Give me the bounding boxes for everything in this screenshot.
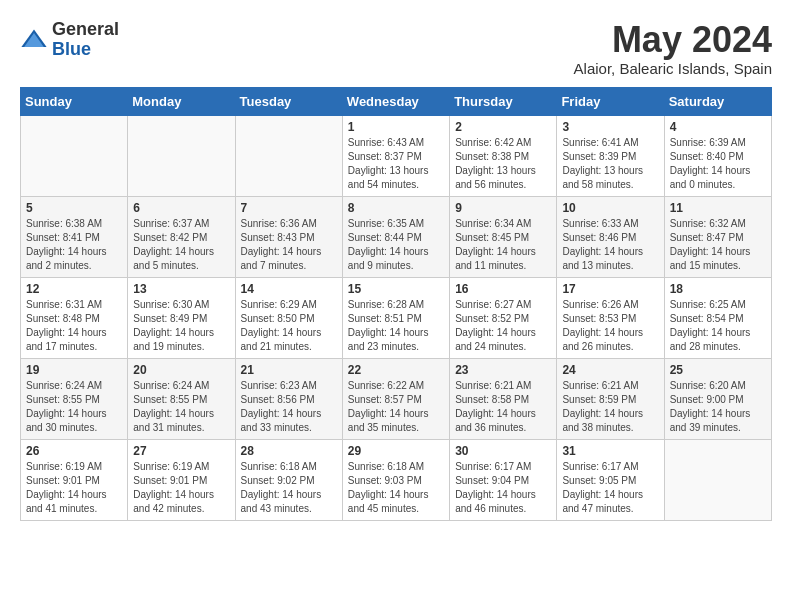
calendar-cell [128,115,235,196]
day-info: Sunrise: 6:27 AM Sunset: 8:52 PM Dayligh… [455,298,551,354]
logo-general: General [52,20,119,40]
day-number: 22 [348,363,444,377]
day-info: Sunrise: 6:35 AM Sunset: 8:44 PM Dayligh… [348,217,444,273]
day-info: Sunrise: 6:36 AM Sunset: 8:43 PM Dayligh… [241,217,337,273]
weekday-header-saturday: Saturday [664,87,771,115]
weekday-header-monday: Monday [128,87,235,115]
day-info: Sunrise: 6:42 AM Sunset: 8:38 PM Dayligh… [455,136,551,192]
title-block: May 2024 Alaior, Balearic Islands, Spain [574,20,772,77]
day-number: 4 [670,120,766,134]
day-number: 23 [455,363,551,377]
day-info: Sunrise: 6:28 AM Sunset: 8:51 PM Dayligh… [348,298,444,354]
day-info: Sunrise: 6:22 AM Sunset: 8:57 PM Dayligh… [348,379,444,435]
day-number: 21 [241,363,337,377]
day-info: Sunrise: 6:20 AM Sunset: 9:00 PM Dayligh… [670,379,766,435]
day-info: Sunrise: 6:19 AM Sunset: 9:01 PM Dayligh… [133,460,229,516]
day-number: 27 [133,444,229,458]
day-info: Sunrise: 6:30 AM Sunset: 8:49 PM Dayligh… [133,298,229,354]
weekday-header-wednesday: Wednesday [342,87,449,115]
day-info: Sunrise: 6:43 AM Sunset: 8:37 PM Dayligh… [348,136,444,192]
day-info: Sunrise: 6:34 AM Sunset: 8:45 PM Dayligh… [455,217,551,273]
day-info: Sunrise: 6:38 AM Sunset: 8:41 PM Dayligh… [26,217,122,273]
day-info: Sunrise: 6:33 AM Sunset: 8:46 PM Dayligh… [562,217,658,273]
calendar-cell: 3Sunrise: 6:41 AM Sunset: 8:39 PM Daylig… [557,115,664,196]
calendar-cell: 8Sunrise: 6:35 AM Sunset: 8:44 PM Daylig… [342,196,449,277]
day-number: 11 [670,201,766,215]
day-number: 18 [670,282,766,296]
day-info: Sunrise: 6:18 AM Sunset: 9:02 PM Dayligh… [241,460,337,516]
day-info: Sunrise: 6:17 AM Sunset: 9:04 PM Dayligh… [455,460,551,516]
day-number: 17 [562,282,658,296]
calendar-week-5: 26Sunrise: 6:19 AM Sunset: 9:01 PM Dayli… [21,439,772,520]
calendar-cell: 23Sunrise: 6:21 AM Sunset: 8:58 PM Dayli… [450,358,557,439]
calendar-cell: 30Sunrise: 6:17 AM Sunset: 9:04 PM Dayli… [450,439,557,520]
calendar-cell: 22Sunrise: 6:22 AM Sunset: 8:57 PM Dayli… [342,358,449,439]
calendar-cell: 26Sunrise: 6:19 AM Sunset: 9:01 PM Dayli… [21,439,128,520]
calendar-cell: 29Sunrise: 6:18 AM Sunset: 9:03 PM Dayli… [342,439,449,520]
calendar-cell: 10Sunrise: 6:33 AM Sunset: 8:46 PM Dayli… [557,196,664,277]
calendar-cell: 9Sunrise: 6:34 AM Sunset: 8:45 PM Daylig… [450,196,557,277]
calendar-cell: 5Sunrise: 6:38 AM Sunset: 8:41 PM Daylig… [21,196,128,277]
weekday-header-friday: Friday [557,87,664,115]
calendar-cell [664,439,771,520]
calendar-cell: 7Sunrise: 6:36 AM Sunset: 8:43 PM Daylig… [235,196,342,277]
day-info: Sunrise: 6:23 AM Sunset: 8:56 PM Dayligh… [241,379,337,435]
calendar-cell: 25Sunrise: 6:20 AM Sunset: 9:00 PM Dayli… [664,358,771,439]
month-title: May 2024 [574,20,772,60]
calendar-cell: 15Sunrise: 6:28 AM Sunset: 8:51 PM Dayli… [342,277,449,358]
day-number: 1 [348,120,444,134]
day-number: 28 [241,444,337,458]
calendar-cell: 21Sunrise: 6:23 AM Sunset: 8:56 PM Dayli… [235,358,342,439]
calendar-cell: 1Sunrise: 6:43 AM Sunset: 8:37 PM Daylig… [342,115,449,196]
weekday-header-thursday: Thursday [450,87,557,115]
day-number: 24 [562,363,658,377]
calendar-cell: 17Sunrise: 6:26 AM Sunset: 8:53 PM Dayli… [557,277,664,358]
day-number: 26 [26,444,122,458]
day-info: Sunrise: 6:19 AM Sunset: 9:01 PM Dayligh… [26,460,122,516]
calendar-week-2: 5Sunrise: 6:38 AM Sunset: 8:41 PM Daylig… [21,196,772,277]
day-info: Sunrise: 6:24 AM Sunset: 8:55 PM Dayligh… [26,379,122,435]
calendar-cell [235,115,342,196]
page-header: General Blue May 2024 Alaior, Balearic I… [20,20,772,77]
logo-icon [20,26,48,54]
calendar-table: SundayMondayTuesdayWednesdayThursdayFrid… [20,87,772,521]
logo: General Blue [20,20,119,60]
calendar-cell [21,115,128,196]
calendar-cell: 28Sunrise: 6:18 AM Sunset: 9:02 PM Dayli… [235,439,342,520]
calendar-body: 1Sunrise: 6:43 AM Sunset: 8:37 PM Daylig… [21,115,772,520]
day-number: 6 [133,201,229,215]
calendar-cell: 12Sunrise: 6:31 AM Sunset: 8:48 PM Dayli… [21,277,128,358]
day-info: Sunrise: 6:31 AM Sunset: 8:48 PM Dayligh… [26,298,122,354]
calendar-cell: 31Sunrise: 6:17 AM Sunset: 9:05 PM Dayli… [557,439,664,520]
day-number: 12 [26,282,122,296]
day-info: Sunrise: 6:32 AM Sunset: 8:47 PM Dayligh… [670,217,766,273]
day-number: 7 [241,201,337,215]
logo-blue: Blue [52,40,119,60]
calendar-cell: 27Sunrise: 6:19 AM Sunset: 9:01 PM Dayli… [128,439,235,520]
day-number: 2 [455,120,551,134]
day-number: 20 [133,363,229,377]
day-number: 19 [26,363,122,377]
day-info: Sunrise: 6:26 AM Sunset: 8:53 PM Dayligh… [562,298,658,354]
calendar-cell: 2Sunrise: 6:42 AM Sunset: 8:38 PM Daylig… [450,115,557,196]
day-info: Sunrise: 6:21 AM Sunset: 8:59 PM Dayligh… [562,379,658,435]
day-number: 15 [348,282,444,296]
day-info: Sunrise: 6:24 AM Sunset: 8:55 PM Dayligh… [133,379,229,435]
day-number: 3 [562,120,658,134]
day-info: Sunrise: 6:37 AM Sunset: 8:42 PM Dayligh… [133,217,229,273]
calendar-cell: 14Sunrise: 6:29 AM Sunset: 8:50 PM Dayli… [235,277,342,358]
day-number: 16 [455,282,551,296]
logo-text: General Blue [52,20,119,60]
weekday-header-tuesday: Tuesday [235,87,342,115]
day-info: Sunrise: 6:25 AM Sunset: 8:54 PM Dayligh… [670,298,766,354]
calendar-cell: 19Sunrise: 6:24 AM Sunset: 8:55 PM Dayli… [21,358,128,439]
day-info: Sunrise: 6:39 AM Sunset: 8:40 PM Dayligh… [670,136,766,192]
calendar-cell: 13Sunrise: 6:30 AM Sunset: 8:49 PM Dayli… [128,277,235,358]
day-info: Sunrise: 6:17 AM Sunset: 9:05 PM Dayligh… [562,460,658,516]
calendar-cell: 6Sunrise: 6:37 AM Sunset: 8:42 PM Daylig… [128,196,235,277]
day-number: 10 [562,201,658,215]
weekday-header-row: SundayMondayTuesdayWednesdayThursdayFrid… [21,87,772,115]
calendar-week-4: 19Sunrise: 6:24 AM Sunset: 8:55 PM Dayli… [21,358,772,439]
day-number: 13 [133,282,229,296]
calendar-cell: 11Sunrise: 6:32 AM Sunset: 8:47 PM Dayli… [664,196,771,277]
